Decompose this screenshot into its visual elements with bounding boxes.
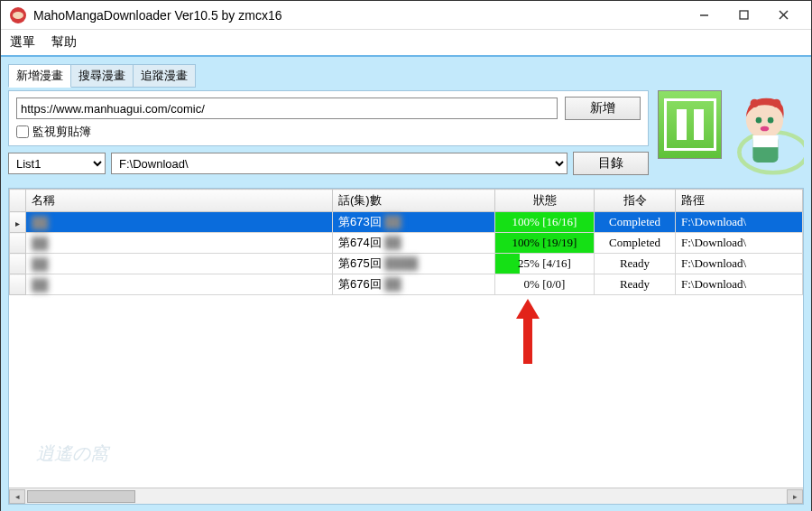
svg-point-11 [751, 99, 759, 107]
app-icon [10, 7, 26, 23]
col-header-chapter[interactable]: 話(集)數 [333, 190, 495, 212]
menu-help[interactable]: 幫助 [51, 34, 77, 51]
col-header-name[interactable]: 名稱 [26, 190, 333, 212]
mascot-image [731, 90, 804, 181]
tab-add-manga[interactable]: 新增漫畫 [8, 64, 71, 88]
svg-point-8 [756, 117, 762, 124]
table-row[interactable]: ██第676回 ██0% [0/0]ReadyF:\Download\ [10, 274, 803, 295]
pause-button[interactable] [658, 90, 722, 159]
watch-clipboard-checkbox[interactable]: 監視剪貼簿 [16, 124, 641, 140]
scroll-right-icon[interactable]: ▸ [787, 489, 803, 504]
table-row[interactable]: ██第675回 ████25% [4/16]ReadyF:\Download\ [10, 254, 803, 274]
svg-rect-1 [740, 11, 748, 19]
download-path-select[interactable]: F:\Download\ [111, 153, 567, 174]
menu-file[interactable]: 選單 [10, 34, 35, 51]
tab-track-manga[interactable]: 追蹤漫畫 [133, 64, 196, 88]
add-button[interactable]: 新增 [565, 97, 641, 120]
col-header-path[interactable]: 路徑 [676, 190, 803, 212]
horizontal-scrollbar[interactable]: ◂ ▸ [9, 488, 803, 504]
svg-point-9 [768, 117, 774, 124]
col-header-status[interactable]: 狀態 [495, 190, 595, 212]
url-input[interactable] [16, 98, 558, 119]
download-grid[interactable]: 名稱 話(集)數 狀態 指令 路徑 ██第673回 ██100% [16/16]… [9, 189, 803, 295]
close-button[interactable] [764, 3, 802, 28]
svg-point-12 [772, 99, 780, 107]
watermark: 逍遙の窩 [36, 441, 108, 466]
col-header-command[interactable]: 指令 [595, 190, 676, 212]
svg-rect-7 [753, 135, 779, 147]
window-title: MahoMangaDownloader Ver10.5 by zmcx16 [33, 8, 685, 23]
svg-marker-13 [516, 299, 540, 364]
table-row[interactable]: ██第673回 ██100% [16/16]CompletedF:\Downlo… [10, 212, 803, 233]
svg-point-10 [761, 126, 769, 132]
maximize-button[interactable] [724, 3, 762, 28]
table-row[interactable]: ██第674回 ██100% [19/19]CompletedF:\Downlo… [10, 233, 803, 254]
pause-icon [664, 98, 716, 151]
dir-button[interactable]: 目錄 [573, 152, 649, 175]
watch-clipboard-label: 監視剪貼簿 [32, 124, 91, 140]
scroll-left-icon[interactable]: ◂ [9, 489, 25, 504]
annotation-arrow-icon [514, 299, 541, 364]
list-select[interactable]: List1 [8, 153, 106, 174]
minimize-button[interactable] [685, 3, 723, 28]
tab-search-manga[interactable]: 搜尋漫畫 [70, 64, 134, 88]
